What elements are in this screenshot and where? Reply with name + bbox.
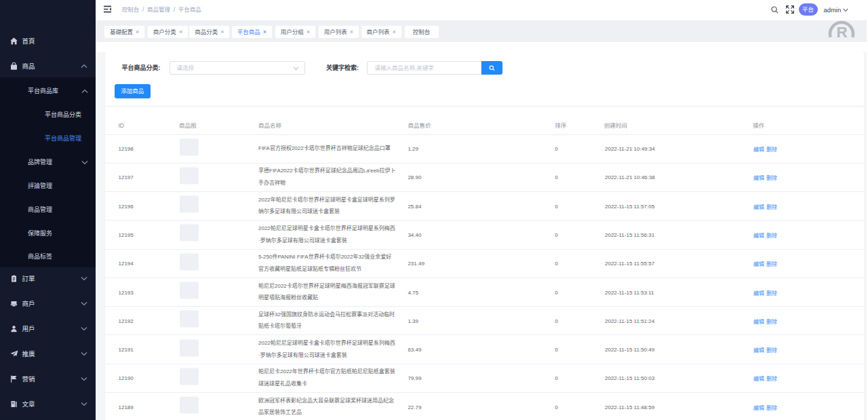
svg-text:R: R: [836, 24, 847, 41]
